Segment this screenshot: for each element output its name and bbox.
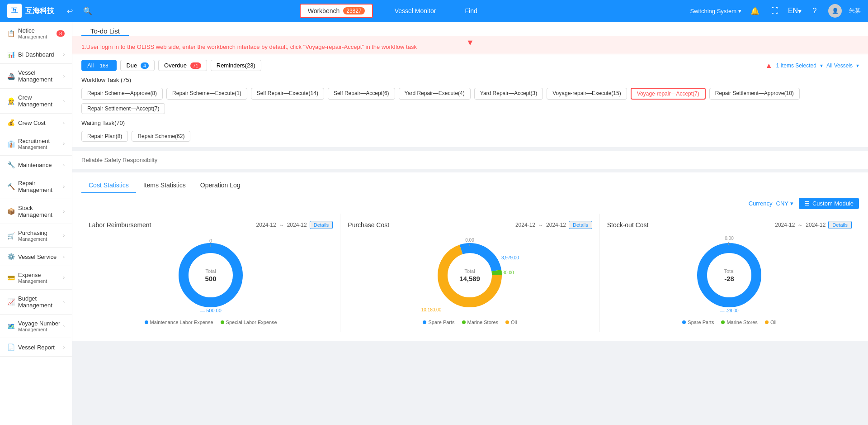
sidebar-item-purchasing[interactable]: 🛒 Purchasing Management › <box>0 224 72 248</box>
avatar[interactable]: 👤 <box>828 4 842 18</box>
vessel-monitor-tab[interactable]: Vessel Monitor <box>387 5 443 17</box>
sidebar-purchasing-label: Purchasing <box>18 229 47 236</box>
chevron-down-icon: ▾ <box>820 62 823 69</box>
sidebar-item-vessel-service[interactable]: ⚙️ Vessel Service › <box>0 248 72 266</box>
custom-module-button[interactable]: ☰ Custom Module <box>799 198 859 209</box>
stockout-donut-svg: 0.00 0 — -28.00 Total -28 <box>679 234 779 316</box>
sidebar-notice-label: Notice <box>18 27 47 34</box>
vessel-icon: 🚢 <box>7 72 14 80</box>
fullscreen-icon[interactable]: ⛶ <box>769 5 781 17</box>
sidebar-item-budget[interactable]: 📈 Budget Management › <box>0 290 72 315</box>
tag-repair-scheme-approve[interactable]: Repair Scheme—Approve(8) <box>81 88 163 100</box>
tag-self-repair-execute[interactable]: Self Repair—Execute(14) <box>251 88 324 100</box>
reliability-section: Reliable Safety Responsibilty <box>72 151 868 169</box>
tab-cost-stats[interactable]: Cost Statistics <box>81 178 136 193</box>
stockout-donut-wrapper: 0.00 0 — -28.00 Total -28 <box>679 234 779 316</box>
sidebar-item-vessel-report[interactable]: 📄 Vessel Report › <box>0 338 72 357</box>
stockout-chart-title: Stock-out Cost <box>607 221 649 229</box>
all-vessels-label: All Vessels <box>826 62 853 69</box>
todo-section: To-do List ▼ 1.User login in to the OLIS… <box>72 22 868 147</box>
stats-controls: Currency CNY ▾ ☰ Custom Module <box>72 193 868 214</box>
find-tab[interactable]: Find <box>458 5 484 17</box>
custom-module-label: Custom Module <box>812 200 854 207</box>
sidebar-item-crew-cost[interactable]: 💰 Crew Cost › <box>0 114 72 132</box>
sidebar-item-vessel[interactable]: 🚢 Vessel Management › <box>0 64 72 89</box>
search-icon[interactable]: 🔍 <box>81 5 94 17</box>
labor-chart-area: 0 — 500.00 Total 500 <box>89 234 333 316</box>
arrow-down-icon: ▼ <box>466 38 474 48</box>
bell-icon[interactable]: 🔔 <box>749 5 761 17</box>
stockout-details-btn[interactable]: Details <box>828 221 852 229</box>
chevron-right-icon: › <box>63 209 65 214</box>
labor-chart-legend: Maintenance Labor Expense Special Labor … <box>89 320 333 325</box>
sidebar-stock-label: Stock Management <box>18 205 63 218</box>
workbench-tab[interactable]: Workbench 23827 <box>300 4 373 18</box>
sidebar-item-expense[interactable]: 💳 Expense Management › <box>0 266 72 290</box>
bi-icon: 📊 <box>7 51 14 58</box>
svg-text:— -28.00: — -28.00 <box>720 308 739 313</box>
waiting-title: Waiting Task(70) <box>81 119 859 126</box>
svg-text:0: 0 <box>209 238 212 244</box>
filter-reminders-btn[interactable]: Reminders(23) <box>211 60 261 71</box>
tag-self-repair-accept[interactable]: Self Repair—Accept(6) <box>328 88 395 100</box>
switching-system[interactable]: Switching System ▾ <box>690 8 741 14</box>
filter-all-btn[interactable]: All 168 <box>81 60 117 71</box>
purchase-date-range: 2024-12 ～ 2024-12 Details <box>515 221 592 229</box>
labor-chart-title: Labor Reimbursement <box>89 221 151 229</box>
currency-selector[interactable]: Currency CNY ▾ <box>749 200 793 207</box>
svg-text:430.00: 430.00 <box>500 270 514 275</box>
legend-marine-stores: Marine Stores <box>462 320 498 325</box>
sidebar-item-stock[interactable]: 📦 Stock Management › <box>0 199 72 224</box>
tag-repair-scheme[interactable]: Repair Scheme(62) <box>132 131 190 142</box>
language-selector[interactable]: EN▾ <box>788 5 801 17</box>
chevron-right-icon: › <box>63 345 65 350</box>
svg-text:0.00: 0.00 <box>466 238 475 243</box>
sidebar-item-bi[interactable]: 📊 BI Dashboard › <box>0 45 72 64</box>
labor-details-btn[interactable]: Details <box>310 221 333 229</box>
filter-tabs: All 168 Due 4 Overdue 71 Reminders(23) ▲… <box>72 54 868 76</box>
tag-yard-repair-execute[interactable]: Yard Repair—Execute(4) <box>399 88 471 100</box>
tag-yard-repair-accept[interactable]: Yard Repair—Accept(3) <box>474 88 543 100</box>
app-logo[interactable]: 互 互海科技 <box>7 4 54 18</box>
tag-voyage-repair-execute[interactable]: Voyage-repair—Execute(15) <box>547 88 627 100</box>
legend-spare-parts-2: Spare Parts <box>682 320 714 325</box>
legend-dot-yellow <box>765 320 769 324</box>
sidebar-recruitment-label: Recruitment <box>18 138 50 144</box>
chevron-down-icon: ▾ <box>738 8 741 14</box>
stockout-chart-legend: Spare Parts Marine Stores Oil <box>607 320 852 325</box>
sidebar-vessel-service-label: Vessel Service <box>18 253 57 260</box>
filter-overdue-btn[interactable]: Overdue 71 <box>158 60 207 71</box>
maintenance-icon: 🔧 <box>7 161 14 168</box>
waiting-task-section: Waiting Task(70) Repair Plan(8) Repair S… <box>72 119 868 147</box>
tag-repair-scheme-execute[interactable]: Repair Scheme—Execute(1) <box>166 88 247 100</box>
labor-date-range: 2024-12 ～ 2024-12 Details <box>256 221 333 229</box>
help-icon[interactable]: ? <box>808 5 821 17</box>
chart-header-labor: Labor Reimbursement 2024-12 ～ 2024-12 De… <box>89 221 333 229</box>
tag-repair-settlement-accept[interactable]: Repair Settlement—Accept(7) <box>81 103 165 114</box>
sidebar-item-maintenance[interactable]: 🔧 Maintenance › <box>0 156 72 174</box>
purchase-details-btn[interactable]: Details <box>569 221 592 229</box>
crew-mgmt-icon: 👷 <box>7 97 14 105</box>
filter-due-btn[interactable]: Due 4 <box>120 60 155 71</box>
stock-icon: 📦 <box>7 208 14 215</box>
sidebar: 📋 Notice Management 8 📊 BI Dashboard › 🚢… <box>0 22 72 425</box>
sidebar-item-notice[interactable]: 📋 Notice Management 8 <box>0 22 72 45</box>
legend-dot-green <box>221 320 224 324</box>
tag-repair-settlement-approve[interactable]: Repair Settlement—Approve(10) <box>709 88 800 100</box>
workbench-badge: 23827 <box>343 7 364 14</box>
sidebar-item-crew-mgmt[interactable]: 👷 Crew Management › <box>0 89 72 114</box>
sidebar-item-voyage[interactable]: 🗺️ Voyage Number Management › <box>0 315 72 338</box>
sidebar-maintenance-label: Maintenance <box>18 162 52 168</box>
nav-center: Workbench 23827 Vessel Monitor Find <box>94 4 690 18</box>
svg-text:0.00: 0.00 <box>725 236 734 241</box>
tab-items-stats[interactable]: Items Statistics <box>136 178 193 193</box>
history-icon[interactable]: ↩ <box>63 5 76 17</box>
tag-voyage-repair-accept[interactable]: Voyage-repair—Accept(7) <box>631 88 706 100</box>
chevron-right-icon: › <box>63 74 65 79</box>
chevron-right-icon: › <box>63 52 65 57</box>
tab-operation-log[interactable]: Operation Log <box>193 178 248 193</box>
stats-tabs: Cost Statistics Items Statistics Operati… <box>72 172 868 193</box>
tag-repair-plan[interactable]: Repair Plan(8) <box>81 131 128 142</box>
sidebar-item-repair[interactable]: 🔨 Repair Management › <box>0 174 72 199</box>
sidebar-item-recruitment[interactable]: 👔 Recruitment Management › <box>0 132 72 156</box>
